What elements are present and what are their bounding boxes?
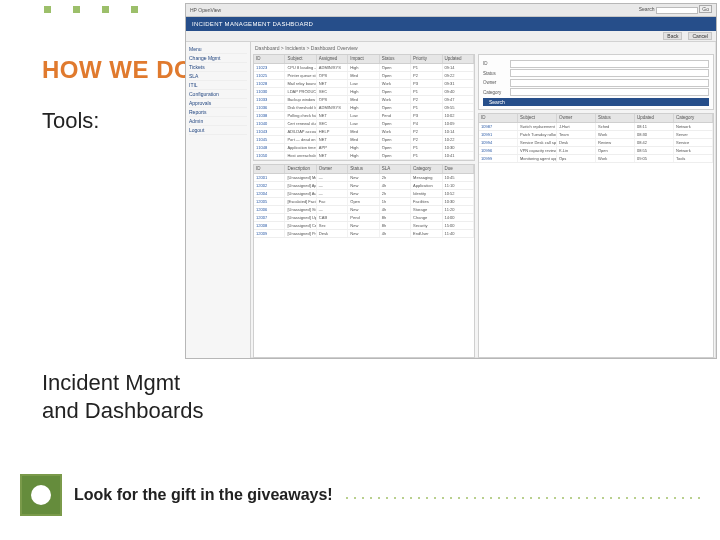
cell: CAB — [317, 214, 348, 221]
column-header: ID — [254, 55, 285, 63]
cell: Pend — [380, 112, 411, 119]
cell: P2 — [411, 136, 442, 143]
cell: 11:20 — [443, 206, 474, 213]
sidebar-item[interactable]: Logout — [189, 126, 247, 135]
cell: [Escalated] Facilities monitoring offlin… — [285, 198, 316, 205]
cell: New — [348, 182, 379, 189]
cell: 4h — [380, 230, 411, 237]
sidebar-item[interactable]: Change Mgmt — [189, 54, 247, 63]
cell: Service Desk call spike >15% — [518, 139, 557, 146]
cell: Disk threshold /var — [285, 104, 316, 111]
cell: Switch replacement scheduled — [518, 123, 557, 130]
table-row[interactable]: 11033Backup window exceededOPSMedWorkP20… — [254, 96, 474, 104]
cell: Desk — [317, 230, 348, 237]
table-row[interactable]: 10991Patch Tuesday rolloutTeamWork08:30S… — [479, 131, 713, 139]
cell: Application timeout reports — [285, 144, 316, 151]
sidebar-item[interactable]: SLA — [189, 72, 247, 81]
go-button[interactable]: Go — [699, 5, 712, 13]
cell: Med — [348, 96, 379, 103]
table-row[interactable]: 11030LDAP PRODUCTION syncSECHighOpenP109… — [254, 88, 474, 96]
subtitle-line-1: Incident Mgmt — [42, 369, 203, 397]
table-row[interactable]: 11045Port — dead on floor 3NETMedOpenP21… — [254, 136, 474, 144]
cell: SEC — [317, 120, 348, 127]
table-row[interactable]: 12007[Unassigned] Upgrade CR-41 pending … — [254, 214, 474, 222]
cell: Team — [557, 131, 596, 138]
cell: P1 — [411, 88, 442, 95]
sidebar-item[interactable]: Reports — [189, 108, 247, 117]
search-button[interactable]: Search — [483, 98, 709, 106]
table-row[interactable]: 11036Disk threshold /varADMIN/SYSHighOpe… — [254, 104, 474, 112]
cell: 09:40 — [443, 88, 474, 95]
table-row[interactable]: 11025Printer queue stalledOPSMedOpenP209… — [254, 72, 474, 80]
cell: 12009 — [254, 230, 285, 237]
cell: Facilities — [411, 198, 442, 205]
cell: Work — [596, 131, 635, 138]
search-input[interactable] — [656, 7, 698, 14]
cell: 11030 — [254, 88, 285, 95]
cell: Service — [674, 139, 713, 146]
cell: High — [348, 64, 379, 71]
table-row[interactable]: 10999Monitoring agent upgradeOpsWork09:0… — [479, 155, 713, 163]
table-row[interactable]: 11028Mail relay bounceNETLowWorkP309:31 — [254, 80, 474, 88]
table-row[interactable]: 12008[Unassigned] Certificate scan findi… — [254, 222, 474, 230]
cell: New — [348, 206, 379, 213]
column-header: SLA — [380, 165, 411, 173]
cell: 12008 — [254, 222, 285, 229]
sidebar-item[interactable]: Tickets — [189, 63, 247, 72]
cell: 09:22 — [443, 72, 474, 79]
cancel-button[interactable]: Cancel — [688, 32, 712, 40]
table-row[interactable]: 11038Polling check failureNETLowPendP310… — [254, 112, 474, 120]
table-row[interactable]: 12009[Unassigned] Print server spooler r… — [254, 230, 474, 238]
cell: 12001 — [254, 174, 285, 181]
cell: [Unassigned] App node health degraded — [285, 182, 316, 189]
cell: Sec — [317, 222, 348, 229]
sidebar-item[interactable]: ITIL — [189, 81, 247, 90]
embedded-screenshot: HP OpenView Search Go INCIDENT MANAGEMEN… — [185, 3, 717, 359]
cell: High — [348, 104, 379, 111]
incident-panel-c: IDDescriptionOwnerStatusSLACategoryDue12… — [253, 164, 475, 358]
cell: 14:00 — [443, 214, 474, 221]
table-row[interactable]: 12005[Escalated] Facilities monitoring o… — [254, 198, 474, 206]
owner-field[interactable] — [510, 79, 709, 87]
sidebar-item[interactable]: Admin — [189, 117, 247, 126]
column-header: ID — [254, 165, 285, 173]
id-field[interactable] — [510, 60, 709, 68]
app-sidebar: Menu Change Mgmt Tickets SLA ITIL Config… — [186, 42, 251, 359]
cell: Network — [674, 123, 713, 130]
back-button[interactable]: Back — [663, 32, 682, 40]
table-row[interactable]: 11023CPU 8 loading — unscheduled downADM… — [254, 64, 474, 72]
sidebar-item[interactable]: Configuration — [189, 90, 247, 99]
table-row[interactable]: 11040Cert renewal dueSECLowOpenP410:09 — [254, 120, 474, 128]
table-row[interactable]: 10994Service Desk call spike >15%DeskRev… — [479, 139, 713, 147]
cell: 12006 — [254, 206, 285, 213]
column-header: Category — [411, 165, 442, 173]
table-row[interactable]: 12006[Unassigned] Storage IOPS threshold… — [254, 206, 474, 214]
tools-label: Tools: — [42, 108, 99, 134]
column-header: Priority — [411, 55, 442, 63]
cell: 10:14 — [443, 128, 474, 135]
cell: Sched — [596, 123, 635, 130]
table-row[interactable]: 10996VPN capacity reviewK.LinOpen08:55Ne… — [479, 147, 713, 155]
table-row[interactable]: 11050Host unreachable east-dcNETHighOpen… — [254, 152, 474, 160]
cell: Open — [380, 120, 411, 127]
table-row[interactable]: 12002[Unassigned] App node health degrad… — [254, 182, 474, 190]
sidebar-item[interactable]: Approvals — [189, 99, 247, 108]
cell: [Unassigned] Storage IOPS threshold brea… — [285, 206, 316, 213]
sidebar-item[interactable]: Menu — [189, 45, 247, 54]
window-titlebar: HP OpenView Search Go — [186, 4, 716, 17]
status-field[interactable] — [510, 69, 709, 77]
table-row[interactable]: 11048Application timeout reportsAPPHighO… — [254, 144, 474, 152]
table-row[interactable]: 10987Switch replacement scheduledJ.HartS… — [479, 123, 713, 131]
cell: 10:30 — [443, 198, 474, 205]
cell: P1 — [411, 64, 442, 71]
table-row[interactable]: 11043AD/LDAP account lockHELPMedWorkP210… — [254, 128, 474, 136]
footer-tagline: Look for the gift in the giveaways! — [74, 486, 333, 504]
cell: 08:42 — [635, 139, 674, 146]
cell: — — [317, 190, 348, 197]
cell: Med — [348, 136, 379, 143]
table-row[interactable]: 12001[Unassigned] Mail queue growth dete… — [254, 174, 474, 182]
cell: — — [317, 206, 348, 213]
column-header: Owner — [317, 165, 348, 173]
table-row[interactable]: 12004[Unassigned] Authentication slow EU… — [254, 190, 474, 198]
category-field[interactable] — [510, 88, 709, 96]
